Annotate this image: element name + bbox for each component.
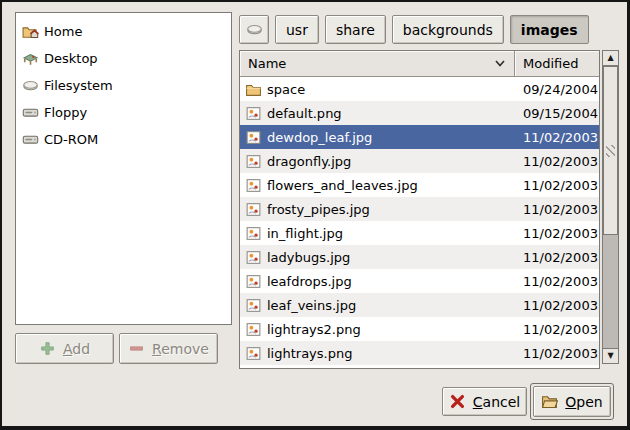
table-row[interactable]: leaf_veins.jpg11/02/2003: [240, 293, 599, 317]
sidebar-item-floppy[interactable]: Floppy: [16, 99, 231, 126]
file-name: frosty_pipes.jpg: [267, 202, 370, 217]
cancel-button[interactable]: Cancel: [442, 387, 527, 416]
file-modified: 11/02/2003: [515, 178, 599, 193]
open-button[interactable]: Open: [533, 386, 611, 417]
file-rows: space09/24/2004default.png09/15/2004dewd…: [240, 77, 599, 365]
file-modified: 09/15/2004: [515, 106, 599, 121]
file-name-cell: dewdop_leaf.jpg: [240, 129, 515, 146]
table-row[interactable]: lightrays.png11/02/2003: [240, 341, 599, 365]
table-row[interactable]: frosty_pipes.jpg11/02/2003: [240, 197, 599, 221]
table-row[interactable]: default.png09/15/2004: [240, 101, 599, 125]
minus-icon: [128, 340, 145, 357]
file-name-cell: leaf_veins.jpg: [240, 297, 515, 314]
cancel-button-label: Cancel: [473, 394, 520, 410]
folder-icon: [245, 81, 262, 98]
table-row[interactable]: dragonfly.jpg11/02/2003: [240, 149, 599, 173]
scrollbar-track[interactable]: [602, 66, 619, 348]
open-button-label: Open: [565, 394, 602, 410]
scrollbar-up-button[interactable]: ▲: [602, 50, 619, 66]
file-name: ladybugs.jpg: [267, 250, 350, 265]
image-file-icon: [245, 177, 262, 194]
file-modified: 11/02/2003: [515, 274, 599, 289]
file-modified: 11/02/2003: [515, 130, 599, 145]
vertical-scrollbar: ▲ ▼: [602, 50, 619, 364]
plus-icon: [39, 340, 56, 357]
default-button-ring: Open: [530, 383, 614, 420]
add-button[interactable]: Add: [15, 333, 114, 364]
sidebar-item-home[interactable]: Home: [16, 18, 231, 45]
file-name: flowers_and_leaves.jpg: [267, 178, 418, 193]
file-name-cell: space: [240, 81, 515, 98]
desktop-icon: [22, 50, 39, 67]
file-name: in_flight.jpg: [267, 226, 343, 241]
file-name-cell: lightrays.png: [240, 345, 515, 362]
path-button-images[interactable]: images: [510, 15, 589, 44]
path-button-label: usr: [286, 22, 308, 38]
file-chooser-dialog: HomeDesktopFilesystemFloppyCD-ROM Add Re…: [0, 0, 630, 430]
path-button-backgrounds[interactable]: backgrounds: [392, 15, 504, 44]
file-name: dewdop_leaf.jpg: [267, 130, 372, 145]
remove-button-label: Remove: [152, 341, 209, 357]
scrollbar-grip: [606, 145, 615, 157]
list-header: Name Modified: [240, 51, 599, 77]
table-row[interactable]: ladybugs.jpg11/02/2003: [240, 245, 599, 269]
table-row[interactable]: in_flight.jpg11/02/2003: [240, 221, 599, 245]
scrollbar-thumb[interactable]: [603, 66, 618, 235]
file-name-cell: lightrays2.png: [240, 321, 515, 338]
path-button-usr[interactable]: usr: [275, 15, 319, 44]
table-row[interactable]: flowers_and_leaves.jpg11/02/2003: [240, 173, 599, 197]
image-file-icon: [245, 129, 262, 146]
sidebar-item-label: CD-ROM: [44, 132, 98, 147]
image-file-icon: [245, 201, 262, 218]
file-name-cell: ladybugs.jpg: [240, 249, 515, 266]
path-button-root[interactable]: [239, 15, 269, 44]
path-button-share[interactable]: share: [325, 15, 386, 44]
cdrom-drive-icon: [22, 131, 39, 148]
scrollbar-down-button[interactable]: ▼: [602, 348, 619, 364]
file-name: space: [267, 82, 305, 97]
image-file-icon: [245, 273, 262, 290]
home-folder-icon: [22, 23, 39, 40]
file-modified: 11/02/2003: [515, 250, 599, 265]
file-name-cell: in_flight.jpg: [240, 225, 515, 242]
table-row[interactable]: space09/24/2004: [240, 77, 599, 101]
image-file-icon: [245, 249, 262, 266]
file-name-cell: frosty_pipes.jpg: [240, 201, 515, 218]
file-modified: 09/24/2004: [515, 82, 599, 97]
file-modified: 11/02/2003: [515, 346, 599, 361]
sidebar-item-label: Desktop: [44, 51, 98, 66]
file-name: default.png: [267, 106, 342, 121]
sidebar-item-filesystem[interactable]: Filesystem: [16, 72, 231, 99]
open-folder-icon: [541, 393, 558, 410]
path-button-label: share: [336, 22, 375, 38]
column-header-name[interactable]: Name: [240, 51, 515, 77]
file-name: lightrays2.png: [267, 322, 361, 337]
image-file-icon: [245, 321, 262, 338]
image-file-icon: [245, 345, 262, 362]
sidebar-item-label: Floppy: [44, 105, 87, 120]
file-modified: 11/02/2003: [515, 202, 599, 217]
add-button-label: Add: [63, 341, 90, 357]
file-name-cell: leafdrops.jpg: [240, 273, 515, 290]
places-sidebar: HomeDesktopFilesystemFloppyCD-ROM: [15, 12, 232, 325]
column-header-modified[interactable]: Modified: [515, 51, 599, 77]
table-row[interactable]: leafdrops.jpg11/02/2003: [240, 269, 599, 293]
table-row[interactable]: lightrays2.png11/02/2003: [240, 317, 599, 341]
column-header-name-label: Name: [248, 56, 286, 71]
table-row[interactable]: dewdop_leaf.jpg11/02/2003: [240, 125, 599, 149]
floppy-drive-icon: [22, 104, 39, 121]
file-modified: 11/02/2003: [515, 322, 599, 337]
chevron-down-icon: [494, 59, 506, 68]
red-cross-icon: [449, 393, 466, 410]
filesystem-disk-icon: [22, 77, 39, 94]
path-button-label: backgrounds: [403, 22, 493, 38]
file-name-cell: default.png: [240, 105, 515, 122]
sidebar-item-label: Filesystem: [44, 78, 113, 93]
sidebar-item-desktop[interactable]: Desktop: [16, 45, 231, 72]
file-modified: 11/02/2003: [515, 226, 599, 241]
image-file-icon: [245, 153, 262, 170]
sidebar-item-cd-rom[interactable]: CD-ROM: [16, 126, 231, 153]
file-name-cell: flowers_and_leaves.jpg: [240, 177, 515, 194]
remove-button[interactable]: Remove: [119, 333, 218, 364]
image-file-icon: [245, 225, 262, 242]
